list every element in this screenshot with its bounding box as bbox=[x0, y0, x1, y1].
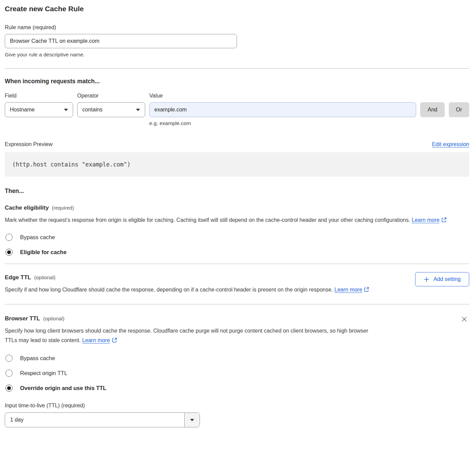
chevron-down-icon bbox=[190, 419, 194, 421]
edge-ttl-section: Edge TTL(optional) Add setting Specify i… bbox=[5, 274, 469, 295]
expression-preview-header: Expression Preview Edit expression bbox=[5, 141, 469, 148]
cache-eligibility-options: Bypass cache Eligible for cache bbox=[5, 234, 469, 256]
or-button[interactable]: Or bbox=[449, 102, 469, 117]
radio-eligible-for-cache[interactable]: Eligible for cache bbox=[5, 249, 469, 256]
match-heading: When incoming requests match... bbox=[5, 77, 469, 85]
external-link-icon bbox=[441, 218, 447, 224]
cache-eligibility-qualifier: (required) bbox=[52, 205, 74, 211]
chevron-down-icon bbox=[136, 109, 140, 111]
radio-bypass-cache[interactable]: Bypass cache bbox=[5, 355, 469, 362]
edge-ttl-header: Edge TTL(optional) Add setting bbox=[5, 274, 469, 281]
value-helper: e.g. example.com bbox=[149, 120, 416, 126]
radio-bypass-cache[interactable]: Bypass cache bbox=[5, 234, 469, 241]
browser-ttl-qualifier: (optional) bbox=[43, 316, 65, 321]
radio-icon bbox=[5, 370, 13, 377]
ttl-select-arrow-box[interactable] bbox=[184, 413, 200, 427]
operator-select-value: contains bbox=[82, 107, 103, 113]
edge-ttl-qualifier: (optional) bbox=[34, 275, 55, 280]
create-cache-rule-form: Create new Cache Rule Rule name (require… bbox=[0, 0, 476, 427]
divider bbox=[5, 68, 469, 69]
browser-ttl-learn-more-link[interactable]: Learn more bbox=[82, 337, 110, 343]
edge-ttl-description-text: Specify if and how long Cloudflare shoul… bbox=[5, 287, 333, 293]
cache-eligibility-description-text: Mark whether the request’s response from… bbox=[5, 217, 410, 223]
ttl-input-label: Input time-to-live (TTL) (required) bbox=[5, 402, 469, 409]
add-setting-button[interactable]: Add setting bbox=[415, 272, 469, 286]
operator-select[interactable]: contains bbox=[77, 102, 145, 117]
then-heading: Then... bbox=[5, 187, 469, 195]
cache-eligibility-learn-more-link[interactable]: Learn more bbox=[412, 217, 440, 223]
ttl-select-value: 1 day bbox=[5, 413, 184, 427]
radio-icon bbox=[5, 234, 13, 241]
divider bbox=[5, 264, 469, 264]
edge-ttl-learn-more-link[interactable]: Learn more bbox=[335, 287, 362, 293]
field-label: Field bbox=[5, 92, 73, 100]
browser-ttl-section: Browser TTL(optional) Specify how long c… bbox=[5, 315, 469, 427]
browser-ttl-header: Browser TTL(optional) bbox=[5, 315, 469, 322]
browser-ttl-heading: Browser TTL bbox=[5, 315, 40, 322]
rule-name-label: Rule name (required) bbox=[5, 24, 469, 31]
field-select[interactable]: Hostname bbox=[5, 102, 73, 117]
edge-ttl-heading: Edge TTL bbox=[5, 274, 31, 281]
value-label: Value bbox=[149, 92, 469, 100]
rule-name-section: Rule name (required) Give your rule a de… bbox=[5, 24, 469, 58]
close-icon[interactable] bbox=[460, 315, 469, 323]
add-setting-label: Add setting bbox=[434, 276, 461, 282]
radio-label: Eligible for cache bbox=[20, 249, 67, 255]
operator-label: Operator bbox=[77, 92, 145, 100]
match-condition-row: Field Operator Value Hostname contains A… bbox=[5, 92, 469, 126]
edge-ttl-description: Specify if and how long Cloudflare shoul… bbox=[5, 285, 377, 295]
radio-selected-icon bbox=[5, 385, 13, 392]
radio-label: Bypass cache bbox=[20, 355, 55, 361]
expression-preview-label: Expression Preview bbox=[5, 141, 53, 148]
ttl-select[interactable]: 1 day bbox=[5, 412, 200, 427]
cache-eligibility-heading: Cache eligibility bbox=[5, 205, 49, 211]
radio-label: Override origin and use this TTL bbox=[20, 385, 106, 391]
chevron-down-icon bbox=[64, 109, 68, 111]
rule-name-helper: Give your rule a descriptive name. bbox=[5, 51, 469, 58]
radio-icon bbox=[5, 355, 13, 362]
radio-override-origin-ttl[interactable]: Override origin and use this TTL bbox=[5, 385, 469, 392]
expression-code: (http.host contains "example.com") bbox=[5, 152, 469, 177]
radio-label: Respect origin TTL bbox=[20, 370, 67, 376]
rule-name-input[interactable] bbox=[5, 34, 237, 48]
page-title: Create new Cache Rule bbox=[5, 4, 469, 14]
browser-ttl-description-text: Specify how long client browsers should … bbox=[5, 328, 368, 343]
field-select-value: Hostname bbox=[10, 107, 35, 113]
radio-label: Bypass cache bbox=[20, 234, 55, 241]
cache-eligibility-description: Mark whether the request’s response from… bbox=[5, 215, 469, 225]
value-input[interactable] bbox=[149, 102, 416, 117]
and-button[interactable]: And bbox=[420, 102, 445, 117]
external-link-icon bbox=[112, 338, 117, 344]
radio-selected-icon bbox=[5, 249, 13, 256]
plus-icon bbox=[424, 277, 429, 282]
browser-ttl-description: Specify how long client browsers should … bbox=[5, 326, 374, 345]
expression-code-text: (http.host contains "example.com") bbox=[12, 161, 131, 168]
browser-ttl-options: Bypass cache Respect origin TTL Override… bbox=[5, 355, 469, 392]
radio-respect-origin-ttl[interactable]: Respect origin TTL bbox=[5, 370, 469, 377]
edit-expression-link[interactable]: Edit expression bbox=[432, 141, 469, 147]
external-link-icon bbox=[364, 287, 369, 293]
cache-eligibility-header: Cache eligibility(required) bbox=[5, 205, 469, 211]
divider bbox=[5, 304, 469, 304]
